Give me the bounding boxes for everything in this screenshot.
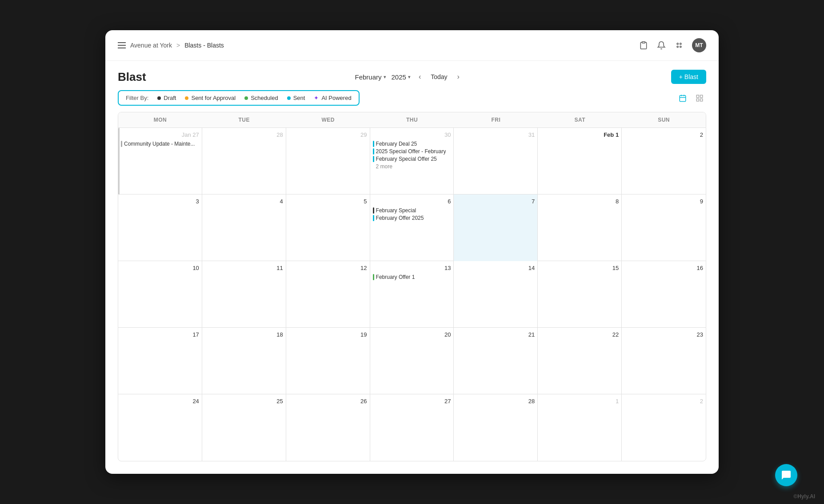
- month-chevron: ▾: [384, 74, 386, 80]
- event-0-3-0[interactable]: February Deal 25: [373, 141, 451, 147]
- filter-scheduled[interactable]: Scheduled: [244, 95, 278, 101]
- header-center: February ▾ 2025 ▾ ‹ Today ›: [355, 71, 462, 82]
- month-label: February: [355, 73, 381, 81]
- cal-cell-2-6[interactable]: 16: [622, 261, 706, 328]
- cal-cell-0-5[interactable]: Feb 1: [538, 128, 622, 194]
- cal-cell-3-5[interactable]: 22: [538, 328, 622, 394]
- cal-cell-2-0[interactable]: 10: [118, 261, 202, 328]
- draft-dot: [157, 96, 161, 100]
- cal-cell-4-4[interactable]: 28: [454, 394, 538, 461]
- cal-cell-2-3[interactable]: 13February Offer 1: [370, 261, 454, 328]
- event-2-3-0[interactable]: February Offer 1: [373, 274, 451, 280]
- event-1-3-1[interactable]: February Offer 2025: [373, 215, 451, 221]
- event-0-0-0[interactable]: Community Update - Mainte...: [121, 141, 199, 147]
- filter-ai[interactable]: ✦ AI Powered: [314, 95, 351, 101]
- cell-date-2-2: 12: [289, 265, 367, 271]
- cal-cell-1-5[interactable]: 8: [538, 194, 622, 261]
- cal-cell-1-4[interactable]: 7: [454, 194, 538, 261]
- ai-label: AI Powered: [321, 95, 351, 101]
- event-bar: [373, 156, 374, 162]
- cell-date-3-6: 23: [624, 331, 703, 338]
- next-arrow[interactable]: ›: [455, 72, 462, 82]
- clipboard-icon[interactable]: [639, 40, 648, 50]
- month-selector[interactable]: February ▾: [355, 73, 386, 81]
- event-bar: [121, 141, 122, 147]
- calendar-view-btn[interactable]: [676, 91, 689, 105]
- svg-rect-5: [680, 95, 686, 102]
- cal-cell-1-3[interactable]: 6February SpecialFebruary Offer 2025: [370, 194, 454, 261]
- cal-cell-1-0[interactable]: 3: [118, 194, 202, 261]
- today-button[interactable]: Today: [427, 71, 451, 82]
- filter-inner: Filter By: Draft Sent for Approval Sched…: [118, 90, 360, 106]
- app-window: Avenue at York > Blasts - Blasts MT Blas…: [105, 30, 719, 474]
- svg-point-4: [680, 46, 681, 48]
- calendar-header: MON TUE WED THU FRI SAT SUN: [118, 112, 706, 128]
- hamburger-menu[interactable]: [118, 42, 126, 48]
- day-tue: TUE: [202, 112, 286, 127]
- cell-date-2-3: 13: [373, 265, 451, 271]
- event-bar: [373, 207, 374, 214]
- breadcrumb-separator: >: [176, 42, 180, 49]
- cal-week-0: Jan 27Community Update - Mainte...282930…: [118, 128, 706, 194]
- cal-cell-0-6[interactable]: 2: [622, 128, 706, 194]
- cal-cell-1-1[interactable]: 4: [202, 194, 286, 261]
- event-0-3-1[interactable]: 2025 Special Offer - February: [373, 148, 451, 155]
- filter-label: Filter By:: [126, 95, 148, 101]
- cal-cell-0-2[interactable]: 29: [286, 128, 370, 194]
- cal-cell-3-1[interactable]: 18: [202, 328, 286, 394]
- event-1-3-0[interactable]: February Special: [373, 207, 451, 214]
- cell-date-4-0: 24: [121, 398, 199, 405]
- cal-cell-4-6[interactable]: 2: [622, 394, 706, 461]
- calendar-body: Jan 27Community Update - Mainte...282930…: [118, 128, 706, 461]
- event-text: 2025 Special Offer - February: [376, 148, 446, 155]
- chat-button[interactable]: [775, 464, 797, 486]
- cal-cell-3-3[interactable]: 20: [370, 328, 454, 394]
- cal-cell-0-3[interactable]: 30February Deal 252025 Special Offer - F…: [370, 128, 454, 194]
- event-text: February Deal 25: [376, 141, 417, 147]
- day-wed: WED: [286, 112, 370, 127]
- cal-cell-1-6[interactable]: 9: [622, 194, 706, 261]
- svg-rect-11: [696, 99, 699, 101]
- cal-cell-4-0[interactable]: 24: [118, 394, 202, 461]
- cal-cell-4-3[interactable]: 27: [370, 394, 454, 461]
- cal-cell-0-4[interactable]: 31: [454, 128, 538, 194]
- cal-cell-2-5[interactable]: 15: [538, 261, 622, 328]
- cal-cell-3-0[interactable]: 17: [118, 328, 202, 394]
- cal-cell-1-2[interactable]: 5: [286, 194, 370, 261]
- bell-icon[interactable]: [656, 40, 666, 50]
- cell-date-0-1: 28: [205, 131, 283, 138]
- grid-icon[interactable]: [674, 40, 684, 50]
- filter-approval[interactable]: Sent for Approval: [185, 95, 236, 101]
- cal-cell-4-1[interactable]: 25: [202, 394, 286, 461]
- avatar[interactable]: MT: [692, 38, 706, 52]
- cal-cell-0-0[interactable]: Jan 27Community Update - Mainte...: [118, 128, 202, 194]
- svg-point-3: [677, 46, 678, 48]
- filter-bar: Filter By: Draft Sent for Approval Sched…: [118, 90, 706, 106]
- year-selector[interactable]: 2025 ▾: [392, 73, 411, 81]
- nav-left: Avenue at York > Blasts - Blasts: [118, 42, 224, 49]
- day-sun: SUN: [622, 112, 706, 127]
- cal-cell-3-2[interactable]: 19: [286, 328, 370, 394]
- ai-icon: ✦: [314, 95, 319, 101]
- cal-cell-3-4[interactable]: 21: [454, 328, 538, 394]
- cell-date-2-0: 10: [121, 265, 199, 271]
- cal-cell-4-2[interactable]: 26: [286, 394, 370, 461]
- cal-cell-2-1[interactable]: 11: [202, 261, 286, 328]
- svg-rect-0: [642, 42, 645, 43]
- day-fri: FRI: [454, 112, 538, 127]
- breadcrumb-home[interactable]: Avenue at York: [130, 42, 172, 49]
- grid-view-btn[interactable]: [693, 91, 706, 105]
- event-0-3-2[interactable]: February Special Offer 25: [373, 156, 451, 162]
- filter-draft[interactable]: Draft: [157, 95, 176, 101]
- cal-cell-2-4[interactable]: 14: [454, 261, 538, 328]
- cal-cell-2-2[interactable]: 12: [286, 261, 370, 328]
- more-events-0-3[interactable]: 2 more: [373, 163, 451, 170]
- filter-sent[interactable]: Sent: [287, 95, 305, 101]
- cell-date-0-2: 29: [289, 131, 367, 138]
- cal-cell-0-1[interactable]: 28: [202, 128, 286, 194]
- cal-cell-4-5[interactable]: 1: [538, 394, 622, 461]
- prev-arrow[interactable]: ‹: [416, 72, 424, 82]
- draft-label: Draft: [164, 95, 176, 101]
- add-blast-button[interactable]: + Blast: [671, 70, 706, 84]
- cal-cell-3-6[interactable]: 23: [622, 328, 706, 394]
